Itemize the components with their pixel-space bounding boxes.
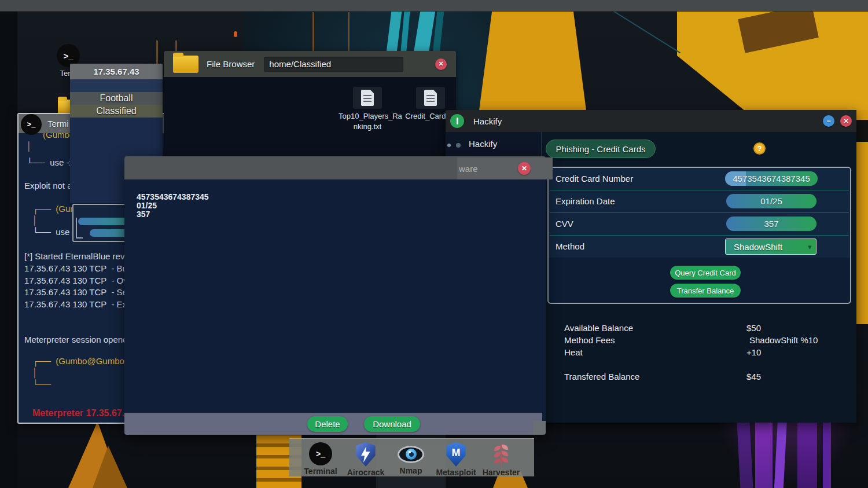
- dock-item-harvester[interactable]: Harvester: [479, 442, 524, 477]
- file-browser-titlebar[interactable]: File Browser home/Classified ✕: [164, 51, 456, 77]
- section-phishing-credit-cards[interactable]: Phishing - Credit Cards: [546, 140, 656, 158]
- hackify-body: Phishing - Credit Cards ? Credit Card Nu…: [542, 132, 856, 423]
- file-name: nking.txt: [339, 122, 396, 131]
- info-value: $45: [746, 372, 761, 381]
- dock-item-nmap[interactable]: Nmap: [388, 442, 433, 475]
- path-input[interactable]: home/Classified: [264, 57, 403, 72]
- file-content-line: 4573543674387345: [137, 192, 209, 201]
- method-selected-value: ShadowShift: [734, 242, 782, 252]
- file-icon-tile: [416, 87, 445, 109]
- sidebar-bullet: [447, 144, 451, 147]
- plant-leaf: [502, 451, 508, 456]
- nmap-eye-icon: [398, 446, 424, 463]
- terminal-window-title: Termi: [47, 119, 69, 129]
- dock-label: Airocrack: [343, 468, 388, 477]
- document-icon: [361, 90, 374, 106]
- query-credit-card-button[interactable]: Query Credit Card: [670, 266, 741, 280]
- expiration-value: 01/25: [760, 196, 782, 206]
- file-content-line: 357: [137, 210, 150, 219]
- terminal-line: 17.35.67.43 130 TCP - Overv: [24, 276, 140, 285]
- wallpaper-light-dot: [234, 31, 237, 37]
- field-label: Method: [556, 241, 584, 251]
- text-viewer-window: 4573543674387345 01/25 357 Delete Downlo…: [124, 156, 546, 435]
- cc-number-input[interactable]: 4573543674387345: [725, 171, 818, 186]
- delete-button[interactable]: Delete: [307, 416, 348, 432]
- close-glyph: ✕: [438, 60, 443, 68]
- wallpaper-shape: [0, 0, 17, 488]
- ware-window-title: ware: [459, 164, 478, 174]
- plant-leaf: [494, 458, 501, 464]
- expiration-input[interactable]: 01/25: [726, 194, 816, 208]
- close-icon[interactable]: ✕: [840, 115, 852, 127]
- lightning-bolt-icon: [360, 446, 372, 463]
- terminal-glyph: >_: [63, 51, 73, 61]
- delete-button-label: Delete: [315, 419, 340, 429]
- hackify-titlebar[interactable]: Hackify − ✕: [446, 110, 856, 132]
- close-glyph: ✕: [843, 118, 848, 125]
- cvv-value: 357: [764, 219, 778, 229]
- info-label: Available Balance: [564, 323, 633, 333]
- terminal-line: 17.35.67.43 130 TCP - Execu: [24, 299, 141, 309]
- dock-item-terminal[interactable]: >_ Terminal: [298, 442, 343, 476]
- sidebar-bullet: [456, 143, 461, 148]
- terminal-line: 17.35.67.43 130 TCP - Built: [24, 263, 134, 273]
- close-icon[interactable]: ✕: [518, 162, 531, 175]
- terminal-icon: >_: [309, 442, 332, 465]
- terminal-line: 17.35.67.43 130 TCP - Selec: [24, 287, 138, 297]
- airocrack-icon: [355, 442, 376, 467]
- field-label: Expiration Date: [556, 196, 615, 206]
- download-button[interactable]: Download: [364, 416, 420, 432]
- minimize-icon[interactable]: −: [823, 115, 834, 127]
- dock-label: Terminal: [298, 467, 343, 476]
- terminal-line: │: [32, 215, 38, 225]
- method-dropdown[interactable]: ShadowShift ▾: [725, 239, 816, 255]
- ware-window-titlebar[interactable]: ware ✕: [457, 157, 553, 179]
- cvv-input[interactable]: 357: [726, 217, 816, 231]
- metasploit-shield-icon: M: [446, 442, 466, 467]
- info-value: +10: [746, 347, 761, 357]
- file-browser-title: File Browser: [207, 59, 255, 69]
- text-viewer-footer: Delete Download: [124, 413, 542, 435]
- dock-label: Harvester: [479, 468, 524, 477]
- file-icon-tile: [353, 87, 382, 109]
- wallpaper-yellow-strip: [856, 110, 868, 324]
- help-icon[interactable]: ?: [753, 142, 766, 155]
- dock-item-airocrack[interactable]: Airocrack: [343, 442, 388, 477]
- plant-leaf: [494, 452, 501, 457]
- resize-handle[interactable]: [533, 421, 546, 435]
- close-icon[interactable]: ✕: [435, 58, 447, 70]
- hackify-app-icon: [450, 114, 464, 128]
- sidebar-item-hackify[interactable]: Hackify: [469, 139, 497, 149]
- document-icon: [424, 90, 437, 106]
- help-glyph: ?: [757, 144, 762, 153]
- dock-item-metasploit[interactable]: M Metasploit: [433, 442, 479, 477]
- wallpaper-yellow-shape: [479, 11, 586, 111]
- minimize-glyph: −: [826, 117, 830, 125]
- field-row-ccnumber: Credit Card Number 4573543674387345: [549, 168, 850, 190]
- list-item-classified[interactable]: Classified: [70, 105, 163, 118]
- file-item-top10[interactable]: Top10_Players_Ra nking.txt: [339, 87, 396, 131]
- terminal-glyph: >_: [27, 120, 36, 129]
- remote-host-titlebar[interactable]: 17.35.67.43: [70, 64, 163, 79]
- hackify-app-icon-mark: [457, 118, 458, 124]
- transfer-balance-label: Transfer Balance: [677, 287, 734, 295]
- eye-glint: [409, 451, 411, 453]
- plant-leaf: [502, 445, 508, 450]
- info-label: Transfered Balance: [564, 372, 639, 381]
- info-value: $50: [746, 323, 761, 333]
- remote-host-title: 17.35.67.43: [93, 67, 139, 76]
- field-label: Credit Card Number: [556, 174, 633, 184]
- text-viewer-content[interactable]: 4573543674387345 01/25 357: [124, 179, 546, 413]
- transfer-balance-button[interactable]: Transfer Balance: [670, 284, 741, 298]
- list-item-label: Classified: [96, 106, 136, 116]
- plant-leaf: [494, 446, 501, 451]
- close-glyph: ✕: [521, 164, 527, 173]
- top-panel: [0, 0, 868, 12]
- info-label: Heat: [564, 347, 583, 357]
- selected-empty-row[interactable]: [70, 79, 163, 92]
- file-content-line: 01/25: [137, 201, 157, 210]
- terminal-line: [*] Started EternalBlue revers: [24, 251, 137, 261]
- query-credit-card-label: Query Credit Card: [675, 269, 735, 277]
- metasploit-letter: M: [452, 447, 461, 459]
- list-item-football[interactable]: Football: [70, 92, 163, 105]
